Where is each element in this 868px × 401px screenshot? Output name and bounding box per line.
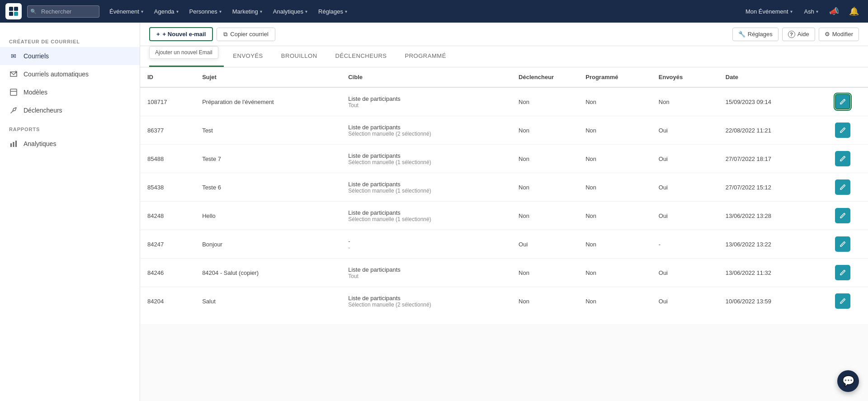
edit-button[interactable] [835,179,850,195]
chevron-down-icon: ▾ [260,9,262,14]
search-wrap [27,5,99,18]
new-email-button[interactable]: + + Nouvel e-mail [149,27,213,41]
edit-button[interactable] [835,123,850,138]
nav-reglages[interactable]: Réglages ▾ [314,5,352,18]
cell-envoyes: Oui [651,287,718,316]
cell-sujet: Teste 6 [195,173,341,202]
cell-date: 27/07/2022 18:17 [718,145,828,173]
tab-declencheurs[interactable]: DÉCLENCHEURS [326,46,396,67]
sidebar-item-courriels[interactable]: ✉ Courriels [0,47,140,65]
chat-widget[interactable] [837,370,859,392]
tab-envoyes[interactable]: ENVOYÉS [224,46,272,67]
gear-icon: ⚙ [825,31,830,38]
sidebar-item-courriels-auto[interactable]: Courriels automatiques [0,65,140,83]
bell-icon[interactable]: 🔔 [845,5,863,18]
cell-envoyes: Non [651,87,718,116]
cell-cible: Liste de participants Sélection manuelle… [341,145,511,173]
edit-button[interactable] [835,208,850,223]
main-content: + + Nouvel e-mail Ajouter un nouvel Emai… [140,23,868,401]
cell-cible: Liste de participants Tout [341,87,511,116]
cell-envoyes: Oui [651,259,718,287]
sidebar-section-email: CRÉATEUR DE COURRIEL [0,32,140,47]
svg-rect-0 [9,7,13,11]
cell-programme: Non [578,145,651,173]
cell-action [828,202,868,230]
settings-button[interactable]: 🔧 Réglages [732,28,778,41]
cell-sujet: Bonjour [195,230,341,259]
modify-button[interactable]: ⚙ Modifier [819,28,859,41]
cell-action [828,116,868,145]
chevron-down-icon: ▾ [345,9,347,14]
chevron-down-icon: ▾ [305,9,307,14]
search-input[interactable] [27,5,99,18]
nav-personnes[interactable]: Personnes ▾ [185,5,226,18]
nav-evenement[interactable]: Événement ▾ [105,5,148,18]
help-button[interactable]: ? Aide [782,28,815,41]
cell-cible: - - [341,230,511,259]
cell-programme: Non [578,259,651,287]
table-row: 85488 Teste 7 Liste de participants Séle… [140,145,868,173]
nav-marketing[interactable]: Marketing ▾ [228,5,267,18]
table-header: ID Sujet Cible Déclencheur Programmé Env… [140,67,868,87]
cell-programme: Non [578,173,651,202]
nav-user-ash[interactable]: Ash ▾ [800,5,823,18]
cell-declencheur: Non [511,87,578,116]
cell-cible: Liste de participants Sélection manuelle… [341,173,511,202]
nav-agenda[interactable]: Agenda ▾ [150,5,183,18]
cell-declencheur: Non [511,145,578,173]
cell-declencheur: Non [511,259,578,287]
table-body: 108717 Préparation de l'événement Liste … [140,87,868,315]
emails-table: ID Sujet Cible Déclencheur Programmé Env… [140,67,868,315]
cell-envoyes: Oui [651,116,718,145]
cell-id: 85488 [140,145,195,173]
tab-programme[interactable]: PROGRAMMÉ [396,46,455,67]
svg-rect-7 [13,142,14,147]
table-row: 86377 Test Liste de participants Sélecti… [140,116,868,145]
sidebar-item-modeles[interactable]: Modèles [0,83,140,101]
trigger-icon [9,106,18,115]
copy-email-button[interactable]: ⧉ Copier courriel [217,28,275,41]
cell-envoyes: Oui [651,202,718,230]
edit-button[interactable] [835,236,850,252]
cell-cible: Liste de participants Sélection manuelle… [341,116,511,145]
table-row: 84246 84204 - Salut (copier) Liste de pa… [140,259,868,287]
edit-button[interactable] [835,151,850,166]
toolbar: + + Nouvel e-mail Ajouter un nouvel Emai… [140,23,868,46]
cell-envoyes: - [651,230,718,259]
cell-programme: Non [578,202,651,230]
cell-id: 86377 [140,116,195,145]
cell-sujet: 84204 - Salut (copier) [195,259,341,287]
chart-icon [9,139,18,148]
nav-mon-evenement[interactable]: Mon Événement ▾ [741,5,797,18]
table-row: 84248 Hello Liste de participants Sélect… [140,202,868,230]
sidebar-item-analytiques[interactable]: Analytiques [0,135,140,153]
tab-brouillon[interactable]: BROUILLON [272,46,326,67]
cell-date: 15/09/2023 09:14 [718,87,828,116]
email-tabs: TOUS LES EMAILS ENVOYÉS BROUILLON DÉCLEN… [140,46,868,67]
col-header-id: ID [140,67,195,87]
nav-analytiques[interactable]: Analytiques ▾ [269,5,312,18]
envelope-icon: ✉ [9,52,18,61]
megaphone-icon[interactable]: 📣 [826,5,843,18]
cell-action [828,230,868,259]
cell-date: 13/06/2022 11:32 [718,259,828,287]
wrench-icon: 🔧 [738,31,745,38]
toolbar-right: 🔧 Réglages ? Aide ⚙ Modifier [732,28,859,41]
sidebar-item-declencheurs[interactable]: Déclencheurs [0,101,140,119]
cell-cible: Liste de participants Sélection manuelle… [341,202,511,230]
edit-button[interactable] [835,94,850,109]
topnav-right: Mon Événement ▾ Ash ▾ 📣 🔔 [741,5,863,18]
cell-envoyes: Oui [651,145,718,173]
table-row: 84247 Bonjour - - Oui Non - 13/06/2022 1… [140,230,868,259]
svg-rect-3 [14,12,18,16]
table-row: 84204 Salut Liste de participants Sélect… [140,287,868,316]
edit-button[interactable] [835,265,850,280]
cell-programme: Non [578,287,651,316]
chevron-down-icon: ▾ [176,9,179,14]
app-logo [5,3,22,19]
cell-date: 10/06/2022 13:59 [718,287,828,316]
cell-declencheur: Oui [511,230,578,259]
edit-button[interactable] [835,293,850,309]
cell-declencheur: Non [511,116,578,145]
cell-id: 84246 [140,259,195,287]
